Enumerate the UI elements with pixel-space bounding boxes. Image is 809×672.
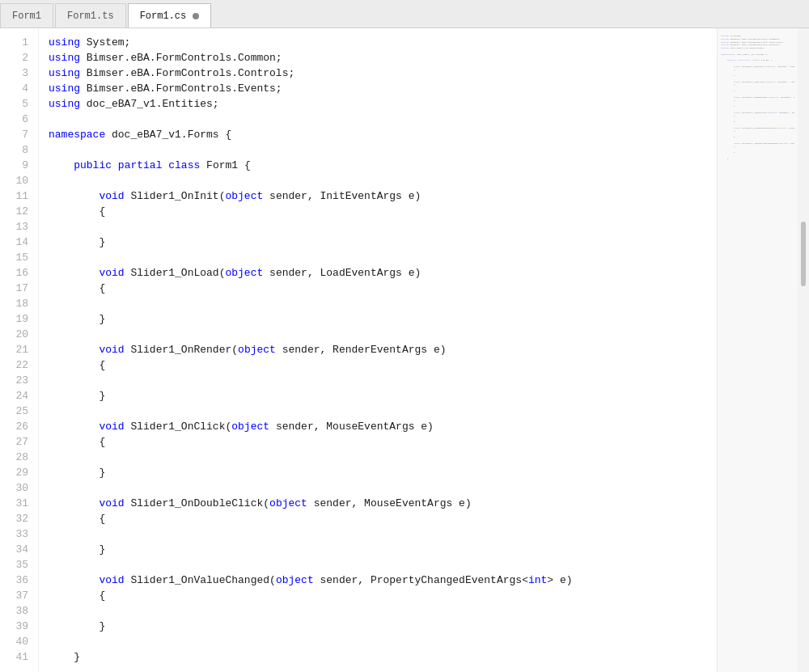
code-line-32: {: [49, 511, 717, 526]
line-number-15: 15: [0, 250, 28, 265]
keyword: object: [231, 421, 269, 433]
code-line-11: void Slider1_OnInit(object sender, InitE…: [49, 188, 717, 204]
line-number-14: 14: [0, 235, 28, 250]
code-line-21: void Slider1_OnRender(object sender, Ren…: [49, 342, 717, 357]
line-numbers: 1234567891011121314151617181920212223242…: [0, 28, 39, 672]
keyword: object: [225, 190, 263, 202]
code-text: [49, 421, 99, 433]
tab-form1[interactable]: Form1: [0, 3, 53, 27]
code-text: Slider1_OnDoubleClick(: [125, 497, 269, 509]
code-text: [49, 159, 74, 171]
code-text: Bimser.eBA.FormControls.Events;: [80, 82, 282, 95]
code-line-23: [49, 373, 717, 388]
code-text: sender, LoadEventArgs e): [263, 267, 421, 279]
code-line-19: }: [49, 311, 717, 327]
code-text: Slider1_OnRender(: [125, 344, 238, 356]
line-number-34: 34: [0, 542, 28, 557]
line-number-22: 22: [0, 357, 28, 373]
line-number-38: 38: [0, 603, 28, 619]
code-text: {: [49, 205, 105, 218]
line-number-28: 28: [0, 450, 28, 465]
code-line-15: [49, 250, 717, 265]
line-number-35: 35: [0, 557, 28, 573]
line-number-24: 24: [0, 388, 28, 404]
keyword: object: [276, 574, 314, 586]
keyword: object: [269, 497, 307, 509]
code-text: }: [49, 543, 105, 556]
keyword: object: [225, 267, 263, 279]
code-text: }: [49, 313, 105, 325]
keyword: void: [99, 267, 124, 279]
code-text: Bimser.eBA.FormControls.Controls;: [80, 67, 294, 79]
code-text: [112, 159, 118, 171]
code-line-28: [49, 450, 717, 465]
line-number-37: 37: [0, 588, 28, 603]
code-line-10: [49, 173, 717, 188]
line-number-9: 9: [0, 158, 28, 173]
line-number-32: 32: [0, 511, 28, 526]
code-text: sender, PropertyChangedEventArgs<: [314, 574, 528, 586]
code-line-37: {: [49, 588, 717, 603]
keyword: void: [99, 574, 124, 586]
tab-bar: Form1Form1.tsForm1.cs: [0, 0, 809, 28]
code-text: {: [49, 359, 105, 371]
code-text: [49, 344, 99, 356]
line-number-23: 23: [0, 373, 28, 388]
code-text: {: [49, 282, 105, 294]
code-text: }: [49, 390, 105, 402]
code-text: {: [49, 436, 105, 448]
keyword: object: [238, 344, 276, 356]
tab-form1ts[interactable]: Form1.ts: [55, 3, 126, 27]
keyword: using: [49, 52, 80, 64]
line-number-17: 17: [0, 281, 28, 296]
line-number-7: 7: [0, 127, 28, 142]
code-line-7: namespace doc_eBA7_v1.Forms {: [49, 127, 717, 142]
line-number-11: 11: [0, 188, 28, 204]
line-number-8: 8: [0, 142, 28, 158]
code-text: sender, MouseEventArgs e): [307, 497, 472, 509]
line-number-10: 10: [0, 173, 28, 188]
code-line-40: [49, 634, 717, 649]
code-line-25: [49, 404, 717, 419]
line-number-5: 5: [0, 96, 28, 112]
keyword: namespace: [49, 129, 105, 141]
code-text: [49, 497, 99, 509]
code-line-36: void Slider1_OnValueChanged(object sende…: [49, 573, 717, 588]
code-line-26: void Slider1_OnClick(object sender, Mous…: [49, 419, 717, 434]
code-text: sender, MouseEventArgs e): [269, 421, 434, 433]
line-number-19: 19: [0, 311, 28, 327]
line-number-40: 40: [0, 634, 28, 649]
line-number-39: 39: [0, 619, 28, 634]
code-text: [49, 574, 99, 586]
code-text: Form1 {: [200, 159, 250, 171]
line-number-18: 18: [0, 296, 28, 311]
code-line-2: using Bimser.eBA.FormControls.Common;: [49, 50, 717, 66]
keyword: using: [49, 67, 80, 79]
code-line-41: }: [49, 649, 717, 665]
line-number-27: 27: [0, 434, 28, 450]
line-number-21: 21: [0, 342, 28, 357]
code-area[interactable]: using System;using Bimser.eBA.FormContro…: [39, 28, 717, 672]
code-line-24: }: [49, 388, 717, 404]
code-line-18: [49, 296, 717, 311]
code-text: Slider1_OnInit(: [125, 190, 226, 202]
scrollbar-thumb[interactable]: [801, 222, 806, 286]
scrollbar-track[interactable]: [798, 28, 809, 672]
code-line-22: {: [49, 357, 717, 373]
code-line-31: void Slider1_OnDoubleClick(object sender…: [49, 496, 717, 511]
keyword: using: [49, 36, 80, 49]
line-number-16: 16: [0, 265, 28, 281]
code-text: Bimser.eBA.FormControls.Common;: [80, 52, 282, 64]
code-line-5: using doc_eBA7_v1.Entities;: [49, 96, 717, 112]
line-number-20: 20: [0, 327, 28, 342]
code-line-1: using System;: [49, 35, 717, 50]
code-text: }: [49, 236, 105, 248]
tab-form1cs[interactable]: Form1.cs: [128, 3, 212, 27]
line-number-6: 6: [0, 112, 28, 127]
line-number-2: 2: [0, 50, 28, 66]
code-line-35: [49, 557, 717, 573]
code-text: [49, 267, 99, 279]
line-number-36: 36: [0, 573, 28, 588]
code-line-20: [49, 327, 717, 342]
code-text: sender, InitEventArgs e): [263, 190, 421, 202]
